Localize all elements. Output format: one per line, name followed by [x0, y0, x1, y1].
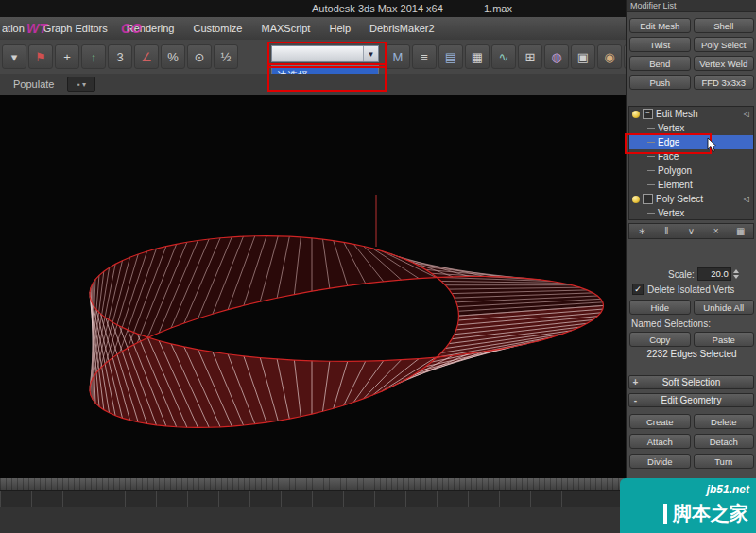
- site-watermark: jb51.net 脚本之家: [620, 478, 756, 533]
- named-selections-label: Named Selections:: [631, 318, 711, 329]
- site-watermark-name: 脚本之家: [663, 501, 748, 526]
- scale-spinner[interactable]: [733, 269, 742, 279]
- angle-snap-icon[interactable]: ∠: [134, 44, 159, 69]
- modifier-button-ffd-3x3x3[interactable]: FFD 3x3x3: [694, 75, 755, 90]
- stack-item-polygon[interactable]: Polygon: [629, 163, 753, 178]
- ribbon-toggle-icon[interactable]: ▦: [465, 44, 490, 69]
- modifier-enable-bulb-icon[interactable]: [632, 111, 640, 118]
- site-watermark-domain: jb51.net: [707, 483, 749, 496]
- curve-editor-icon[interactable]: ∿: [491, 44, 516, 69]
- make-unique-icon[interactable]: ∨: [682, 226, 699, 236]
- menu-graph-editors[interactable]: Graph Editors: [34, 17, 117, 40]
- populate-flyout-button[interactable]: ▪ ▾: [67, 77, 95, 92]
- remove-modifier-icon[interactable]: ×: [708, 226, 725, 236]
- scale-parameter-row: Scale: 20.0: [627, 267, 756, 281]
- keyboard-override-icon[interactable]: ½: [214, 44, 238, 69]
- rollout-edit-geometry[interactable]: -Edit Geometry: [628, 393, 754, 407]
- delete-isolated-verts-row[interactable]: ✓ Delete Isolated Verts: [632, 284, 734, 295]
- modifier-button-bend[interactable]: Bend: [629, 56, 691, 71]
- stack-item-label: Edge: [658, 137, 679, 147]
- select-and-move-icon[interactable]: +: [55, 44, 79, 69]
- chevron-down-icon[interactable]: ▾: [363, 46, 378, 61]
- stack-item-element[interactable]: Element: [629, 178, 753, 192]
- modifier-stack: −Edit Mesh◁VertexEdgeFacePolygonElement−…: [628, 106, 754, 220]
- attach-button[interactable]: Attach: [629, 434, 691, 449]
- viewport[interactable]: [0, 95, 626, 478]
- named-selection-flag-icon[interactable]: ⚑: [28, 44, 53, 69]
- render-setup-icon[interactable]: ▣: [571, 44, 595, 69]
- modifier-button-edit-mesh[interactable]: Edit Mesh: [629, 18, 691, 33]
- selection-status: 2232 Edges Selected: [627, 349, 756, 359]
- spinner-snap-icon[interactable]: ⊙: [187, 44, 212, 69]
- layer-manager-icon[interactable]: ▤: [438, 44, 463, 69]
- command-panel: Modifier List Edit MeshShellTwistPoly Se…: [626, 0, 756, 478]
- select-and-manipulate-icon[interactable]: ↑: [81, 44, 106, 69]
- rollout-toggle-icon[interactable]: +: [629, 377, 642, 387]
- modifier-button-poly-select[interactable]: Poly Select: [694, 37, 755, 52]
- stack-item-label: Edit Mesh: [656, 109, 697, 119]
- stack-item-edge[interactable]: Edge: [629, 135, 753, 149]
- modifier-enable-bulb-icon[interactable]: [632, 196, 640, 203]
- stack-item-face[interactable]: Face: [629, 149, 753, 163]
- selection-filter-combo[interactable]: ▾: [271, 45, 379, 62]
- stack-item-edit-mesh[interactable]: −Edit Mesh◁: [629, 107, 753, 121]
- create-button[interactable]: Create: [629, 414, 691, 429]
- modifier-button-grid: Edit MeshShellTwistPoly SelectBendVertex…: [629, 18, 754, 90]
- stack-toolbar: ∗‖∨×▦: [628, 223, 754, 239]
- pin-stack-icon[interactable]: ∗: [633, 226, 650, 236]
- turn-button[interactable]: Turn: [694, 454, 755, 469]
- menu-customize[interactable]: Customize: [184, 17, 252, 40]
- 3dsmax-window: Autodesk 3ds Max 2014 x64 1.max ationGra…: [0, 0, 756, 533]
- divide-button[interactable]: Divide: [629, 454, 691, 469]
- align-icon[interactable]: ≡: [412, 44, 437, 69]
- track-bar[interactable]: [0, 478, 626, 490]
- time-ruler[interactable]: [0, 490, 626, 507]
- modifier-active-icon: ◁: [744, 195, 749, 203]
- menu-rendering[interactable]: Rendering: [117, 17, 184, 40]
- site-watermark-name-text: 脚本之家: [673, 501, 748, 526]
- modifier-button-twist[interactable]: Twist: [629, 37, 691, 52]
- selection-filter-flyout-icon[interactable]: ▾: [2, 44, 26, 69]
- show-end-result-icon[interactable]: ‖: [658, 226, 675, 236]
- menu-maxscript[interactable]: MAXScript: [251, 17, 319, 40]
- stack-item-label: Vertex: [658, 208, 684, 218]
- modifier-button-vertex-weld[interactable]: Vertex Weld: [694, 56, 755, 71]
- expand-toggle-icon[interactable]: −: [643, 194, 653, 204]
- menu-ation[interactable]: ation: [0, 17, 34, 40]
- window-file-name: 1.max: [484, 3, 512, 14]
- unhide-all-button[interactable]: Unhide All: [694, 300, 755, 315]
- rollout-soft-selection[interactable]: +Soft Selection: [628, 375, 754, 389]
- modifier-button-shell[interactable]: Shell: [694, 18, 755, 33]
- menu-help[interactable]: Help: [319, 17, 360, 40]
- edit-geometry-button-grid: CreateDeleteAttachDetachDivideTurn: [629, 414, 754, 469]
- combo-current-value: [272, 46, 363, 61]
- expand-toggle-icon[interactable]: −: [643, 109, 653, 119]
- paste-button[interactable]: Paste: [694, 332, 755, 347]
- configure-modifier-sets-icon[interactable]: ▦: [732, 226, 749, 236]
- status-bar: [0, 507, 626, 533]
- detach-button[interactable]: Detach: [694, 434, 755, 449]
- checkbox-icon[interactable]: ✓: [632, 284, 644, 295]
- stack-item-vertex[interactable]: Vertex: [629, 206, 753, 220]
- menu-debrismaker2[interactable]: DebrisMaker2: [360, 17, 443, 40]
- material-editor-icon[interactable]: ◍: [544, 44, 569, 69]
- schematic-view-icon[interactable]: ⊞: [518, 44, 542, 69]
- stack-item-poly-select[interactable]: −Poly Select◁: [629, 192, 753, 206]
- stack-item-label: Vertex: [658, 123, 684, 133]
- watermark-bar: [663, 504, 667, 524]
- snaps-toggle-icon[interactable]: 3: [108, 44, 132, 69]
- scale-input[interactable]: 20.0: [697, 267, 731, 281]
- mirror-icon[interactable]: M: [386, 44, 410, 69]
- stack-item-vertex[interactable]: Vertex: [629, 121, 753, 135]
- mobius-strip-wireframe: [0, 95, 626, 478]
- modifier-button-push[interactable]: Push: [629, 75, 691, 90]
- hide-button[interactable]: Hide: [629, 300, 691, 315]
- copy-button[interactable]: Copy: [629, 332, 691, 347]
- percent-snap-icon[interactable]: %: [161, 44, 185, 69]
- rendered-frame-icon[interactable]: ◉: [597, 44, 622, 69]
- delete-button[interactable]: Delete: [694, 414, 755, 429]
- hide-button-row: Hide Unhide All: [629, 300, 754, 315]
- title-bar: Autodesk 3ds Max 2014 x64 1.max: [0, 0, 626, 17]
- rollout-toggle-icon[interactable]: -: [629, 395, 642, 405]
- modifier-list-header[interactable]: Modifier List: [627, 0, 756, 12]
